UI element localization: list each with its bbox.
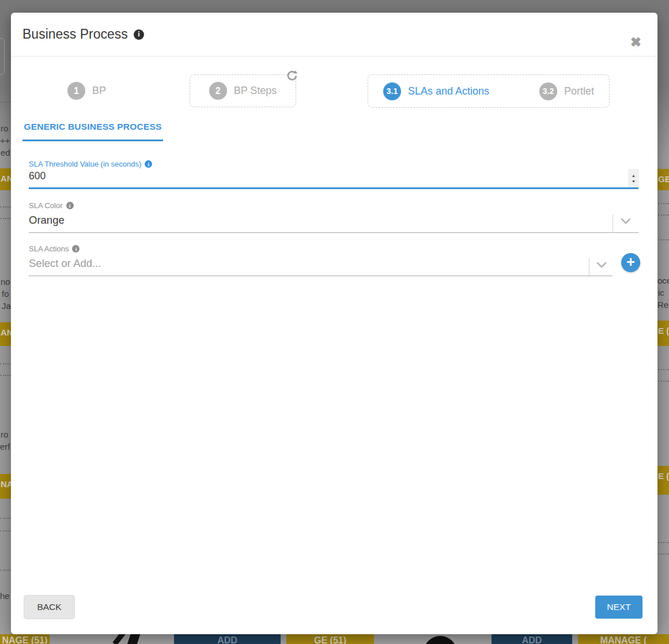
tab-generic-business-process[interactable]: GENERIC BUSINESS PROCESS [22,122,163,141]
step-1-circle: 1 [67,82,85,100]
chevron-down-icon[interactable] [620,217,632,228]
backdrop-fragment: E ( [657,466,669,495]
sla-threshold-input[interactable] [29,170,622,182]
spinner-up-icon[interactable]: ▲ [632,174,636,178]
modal-header: Business Process i ✖ [11,13,657,57]
backdrop-fragment: ++, [0,135,11,146]
step-3-2-circle: 3.2 [539,82,557,100]
threshold-underline [29,187,638,189]
plus-icon: + [626,255,635,269]
backdrop-fragment: MANAGE ( [578,634,669,644]
step-2-label: BP Steps [234,85,277,97]
backdrop-fragment [658,369,669,370]
business-process-modal: Business Process i ✖ 1 BP 2 BP Steps 3.1… [11,13,657,634]
backdrop-fragment [424,636,457,644]
backdrop-fragment [658,239,669,240]
sla-color-label-text: SLA Color [29,201,63,210]
backdrop-fragment [0,38,5,75]
close-icon[interactable]: ✖ [630,36,641,49]
backdrop-fragment [658,203,669,204]
backdrop-fragment: fo [2,288,11,300]
backdrop-fragment [658,381,669,382]
step-3-box: 3.1 SLAs and Actions 3.2 Portlet [368,74,610,108]
backdrop-fragment [0,518,11,519]
backdrop-fragment: GE [657,169,669,190]
backdrop-fragment [0,363,11,364]
modal-title: Business Process i [22,27,144,42]
sla-actions-label: SLA Actions i [29,244,80,253]
color-underline [29,232,638,233]
backdrop-fragment: AN [0,168,11,190]
info-icon[interactable]: i [66,202,74,209]
backdrop-fragment: ADD [174,634,281,644]
next-button[interactable]: NEXT [595,596,642,619]
step-1-label: BP [92,85,106,97]
step-bp-steps[interactable]: 2 BP Steps [190,74,296,107]
backdrop-fragment: NAGE (51) [0,634,50,644]
chevron-down-icon[interactable] [596,261,607,272]
select-divider [613,214,613,232]
step-3-2-label: Portlet [564,85,594,97]
backdrop-fragment [0,530,11,532]
sla-threshold-label-text: SLA Threshold Value (in seconds) [29,160,141,168]
backdrop-fragment [0,218,11,219]
backdrop-fragment: no [1,276,11,288]
backdrop-fragment [0,375,11,376]
backdrop-fragment [0,206,11,208]
sla-actions-select[interactable] [29,257,576,270]
info-icon[interactable]: i [145,160,152,168]
sla-color-select[interactable] [29,214,599,227]
backdrop-fragment [658,553,669,555]
backdrop-fragment: oce [657,275,669,287]
backdrop-fragment: NA [0,474,11,499]
step-3-1-label: SLAs and Actions [408,85,489,97]
sla-threshold-label: SLA Threshold Value (in seconds) i [29,160,152,168]
backdrop-fragment: ADD [492,634,572,644]
add-action-button[interactable]: + [621,253,640,272]
info-icon[interactable]: i [134,29,144,40]
backdrop-fragment: ro [1,429,11,440]
backdrop-fragment [658,214,669,216]
backdrop-fragment: GE (51) [286,634,374,644]
step-2-circle: 2 [209,82,227,100]
step-3-1-circle: 3.1 [383,82,401,100]
backdrop-fragment: erf [0,441,11,453]
backdrop-fragment: AN [0,322,11,346]
backdrop-fragment: Ja [2,300,11,312]
actions-underline [29,276,613,276]
backdrop-fragment: Res [657,299,669,311]
refresh-icon[interactable] [286,70,298,81]
backdrop-fragment: he [0,590,11,602]
step-portlet[interactable]: 3.2 Portlet [539,82,594,100]
info-icon[interactable]: i [72,245,80,253]
select-divider [589,258,589,276]
backdrop-fragment: E ( [657,321,669,346]
backdrop-fragment [0,101,11,103]
backdrop-fragment [0,570,11,571]
sla-color-label: SLA Color i [29,201,74,210]
number-spinner[interactable]: ▲ ▼ [628,169,639,188]
backdrop-fragment [658,542,669,543]
step-slas-and-actions[interactable]: 3.1 SLAs and Actions [383,82,489,100]
backdrop-fragment: ro [1,123,11,134]
sla-actions-label-text: SLA Actions [29,244,69,253]
spinner-down-icon[interactable]: ▼ [632,179,636,183]
back-button[interactable]: BACK [24,596,74,619]
backdrop-fragment: ed [1,147,11,159]
modal-title-text: Business Process [22,27,128,42]
step-bp[interactable]: 1 BP [67,82,106,100]
backdrop-fragment: ic [658,287,669,299]
